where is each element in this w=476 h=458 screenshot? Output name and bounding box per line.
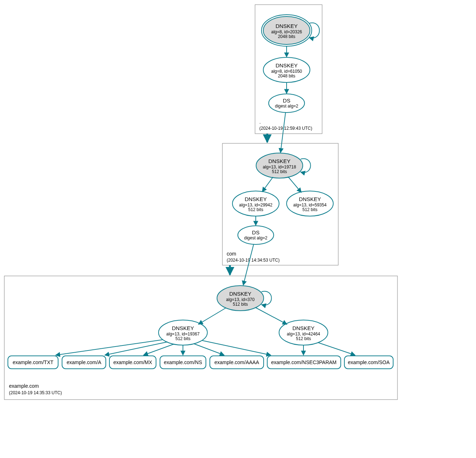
edge-ex-ksk-to-zsk1: [198, 308, 226, 324]
rr-label: example.com/MX: [113, 359, 152, 365]
node-sub1: alg=13, id=42464: [287, 331, 320, 337]
edge-root-ds-to-com-ksk: [281, 113, 286, 153]
node-sub2: 512 bits: [272, 169, 287, 174]
node-title: DS: [252, 229, 260, 235]
node-title: DS: [283, 97, 291, 104]
node-ex-ksk[interactable]: DNSKEY alg=13, id=370 512 bits: [217, 286, 264, 311]
node-sub1: alg=13, id=29942: [239, 202, 273, 207]
rr-nsec3param[interactable]: example.com/NSEC3PARAM: [267, 356, 341, 369]
node-sub2: 512 bits: [302, 207, 317, 212]
node-sub2: 512 bits: [175, 336, 190, 341]
node-sub1: alg=13, id=370: [226, 297, 255, 302]
node-sub2: 2048 bits: [278, 34, 296, 39]
node-sub1: alg=8, id=61050: [271, 69, 302, 74]
node-title: DNSKEY: [299, 196, 321, 202]
zone-com-label: com: [227, 251, 236, 257]
edge-ex-ksk-to-zsk2: [255, 307, 287, 324]
node-sub1: alg=13, id=59354: [293, 202, 327, 207]
rr-label: example.com/NSEC3PARAM: [271, 359, 337, 365]
rr-aaaa[interactable]: example.com/AAAA: [210, 356, 264, 369]
node-ex-zsk1[interactable]: DNSKEY alg=13, id=19367 512 bits: [159, 320, 207, 345]
rr-label: example.com/SOA: [348, 359, 390, 365]
rr-label: example.com/A: [67, 359, 102, 365]
rr-a[interactable]: example.com/A: [62, 356, 106, 369]
node-com-zsk2[interactable]: DNSKEY alg=13, id=59354 512 bits: [287, 191, 333, 216]
node-sub2: 512 bits: [248, 207, 263, 212]
node-title: DNSKEY: [275, 62, 298, 68]
node-sub2: 512 bits: [233, 302, 248, 307]
node-title: DNSKEY: [245, 196, 267, 202]
node-title: DNSKEY: [292, 325, 315, 331]
zone-example-label: example.com: [9, 383, 39, 389]
dnssec-diagram: . (2024-10-19 12:59:43 UTC) com (2024-10…: [0, 0, 476, 458]
zone-com-time: (2024-10-19 14:34:53 UTC): [227, 258, 279, 263]
node-sub1: digest alg=2: [244, 235, 267, 240]
node-sub1: alg=8, id=20326: [271, 29, 302, 34]
edge-zsk1-txt: [56, 340, 162, 355]
node-sub2: 512 bits: [296, 336, 311, 341]
edge-com-ksk-to-zsk2: [288, 177, 301, 192]
rr-txt[interactable]: example.com/TXT: [8, 356, 58, 369]
node-root-ksk[interactable]: DNSKEY alg=8, id=20326 2048 bits: [261, 15, 312, 46]
zone-root-label: .: [259, 119, 261, 125]
rr-label: example.com/NS: [164, 359, 202, 365]
node-title: DNSKEY: [275, 23, 298, 29]
node-sub1: digest alg=2: [275, 104, 298, 109]
rr-soa[interactable]: example.com/SOA: [344, 356, 393, 369]
edge-zsk2-soa: [318, 343, 355, 355]
rr-mx[interactable]: example.com/MX: [109, 356, 156, 369]
node-sub2: 2048 bits: [278, 73, 296, 78]
node-root-zsk[interactable]: DNSKEY alg=8, id=61050 2048 bits: [263, 57, 310, 82]
rr-label: example.com/AAAA: [215, 359, 259, 365]
zone-root-time: (2024-10-19 12:59:43 UTC): [259, 126, 312, 131]
node-sub1: alg=13, id=19718: [263, 164, 296, 170]
rr-ns[interactable]: example.com/NS: [160, 356, 206, 369]
node-root-ds[interactable]: DS digest alg=2: [269, 94, 305, 113]
node-title: DNSKEY: [268, 158, 291, 164]
edge-zsk1-aaaa: [194, 344, 224, 355]
node-com-ksk[interactable]: DNSKEY alg=13, id=19718 512 bits: [256, 153, 303, 178]
edge-com-ds-to-ex-ksk: [243, 244, 254, 285]
node-com-zsk1[interactable]: DNSKEY alg=13, id=29942 512 bits: [232, 191, 279, 216]
node-com-ds[interactable]: DS digest alg=2: [238, 226, 274, 244]
node-title: DNSKEY: [172, 325, 194, 331]
node-sub1: alg=13, id=19367: [166, 331, 200, 337]
edge-com-ksk-to-zsk1: [262, 177, 273, 192]
edge-zsk1-nsec: [202, 340, 271, 355]
rr-label: example.com/TXT: [13, 359, 53, 365]
node-title: DNSKEY: [229, 291, 251, 297]
zone-example-time: (2024-10-19 14:35:33 UTC): [9, 390, 62, 395]
